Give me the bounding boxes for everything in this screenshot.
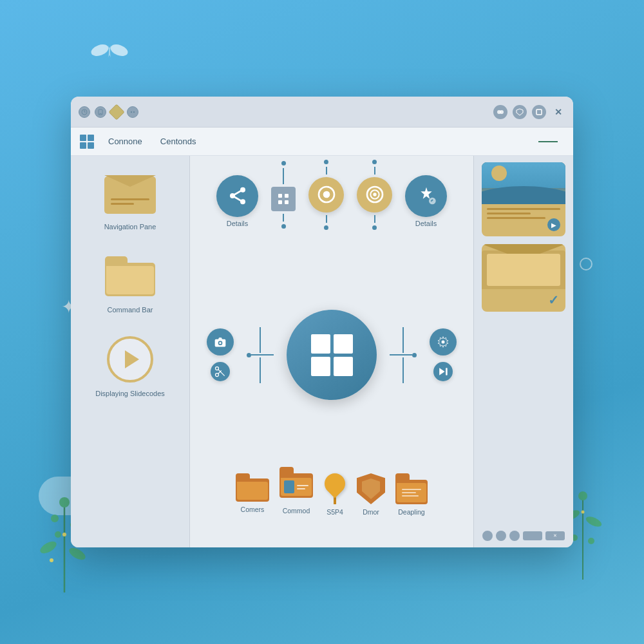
- clock-button[interactable]: [79, 106, 90, 118]
- main-window: ✕ Connone Centonds: [71, 97, 573, 547]
- svg-point-0: [90, 43, 110, 59]
- diamond-button[interactable]: [108, 104, 124, 120]
- pair-icon[interactable]: [493, 105, 507, 119]
- bottom-icon-deapling[interactable]: Deapling: [395, 473, 428, 516]
- menu-bar: Connone Centonds: [71, 128, 573, 156]
- background-butterfly: [90, 39, 129, 64]
- center-area: Details: [190, 156, 473, 547]
- shield-dmor-icon: [357, 473, 385, 504]
- bottom-icon-s5p4[interactable]: S5P4: [323, 473, 346, 516]
- sidebar-label-command: Command Bar: [108, 305, 153, 314]
- svg-point-26: [133, 111, 135, 112]
- svg-point-43: [373, 193, 376, 196]
- envelope-card[interactable]: ✓: [482, 244, 565, 312]
- share-nodes-icon[interactable]: [216, 175, 258, 217]
- sidebar-item-displaying[interactable]: Displaying Slidecodes: [77, 329, 183, 404]
- sidebar-label-displaying: Displaying Slidecodes: [95, 389, 165, 398]
- sidebar: Navigation Pane Command Bar: [71, 156, 190, 547]
- svg-rect-37: [278, 200, 282, 204]
- status-square: [523, 531, 542, 540]
- svg-point-25: [131, 111, 132, 112]
- settings-alt-icon[interactable]: [405, 175, 447, 217]
- svg-point-44: [429, 198, 436, 205]
- status-x[interactable]: ✕: [545, 531, 565, 540]
- connector-dots-1: [271, 161, 296, 229]
- bottom-icon-dmor[interactable]: Dmor: [357, 473, 385, 516]
- details-icon-left: Details: [216, 175, 258, 227]
- scissors-icon[interactable]: [211, 362, 230, 381]
- svg-point-15: [585, 515, 603, 529]
- gear-icon[interactable]: [430, 328, 457, 355]
- svg-point-7: [39, 539, 59, 556]
- svg-point-1: [109, 43, 129, 59]
- envelope-check: ✓: [548, 292, 559, 308]
- sidebar-label-navigation: Navigation Pane: [104, 222, 156, 231]
- svg-point-17: [588, 538, 594, 544]
- card-arrow-icon[interactable]: ▶: [547, 218, 560, 231]
- landscape-card[interactable]: ▶: [482, 162, 565, 236]
- dmor-label: Dmor: [363, 508, 379, 516]
- svg-point-6: [55, 531, 61, 538]
- svg-point-10: [50, 558, 53, 562]
- windows-logo-icon: [80, 135, 94, 149]
- title-bar-right-buttons: ✕: [493, 105, 565, 119]
- svg-point-40: [323, 191, 330, 198]
- envelope-icon: [101, 169, 159, 217]
- folder-icon: [101, 252, 159, 300]
- traffic-lights: [79, 106, 138, 118]
- svg-rect-35: [278, 194, 282, 198]
- deapling-label: Deapling: [398, 508, 424, 516]
- grid-icon[interactable]: [271, 187, 296, 211]
- comers-label: Comers: [241, 506, 265, 513]
- menu-item-connone[interactable]: Connone: [104, 135, 146, 147]
- svg-point-47: [219, 342, 221, 344]
- s5p4-label: S5P4: [327, 508, 343, 516]
- right-panel: ▶ ✓ ✕: [473, 156, 573, 547]
- side-icons-left: [207, 328, 234, 381]
- close-button[interactable]: ✕: [551, 105, 565, 119]
- details-label-left: Details: [227, 220, 249, 227]
- svg-point-3: [59, 497, 70, 507]
- bookmark-button[interactable]: [95, 106, 106, 118]
- details-icon-right: Details: [405, 175, 447, 227]
- sidebar-item-navigation[interactable]: Navigation Pane: [77, 162, 183, 238]
- commod-label: Commod: [283, 507, 310, 515]
- svg-line-34: [232, 196, 243, 202]
- svg-point-52: [442, 341, 445, 344]
- side-icons-right: [430, 328, 457, 381]
- title-bar: ✕: [71, 97, 573, 128]
- svg-point-4: [51, 515, 59, 522]
- sidebar-item-command[interactable]: Command Bar: [77, 245, 183, 321]
- folder-orange-icon: [236, 473, 269, 502]
- svg-line-33: [232, 190, 243, 196]
- dots-button[interactable]: [127, 106, 138, 118]
- bottom-icon-commod[interactable]: Commod: [279, 473, 313, 515]
- beige-circle-2: [357, 160, 392, 230]
- camera-icon[interactable]: [207, 328, 234, 355]
- bottom-icon-comers[interactable]: Comers: [236, 473, 269, 513]
- beige-target-icon-2[interactable]: [357, 177, 392, 213]
- right-panel-status: ✕: [482, 531, 565, 541]
- svg-point-8: [67, 545, 87, 562]
- middle-row: [196, 245, 467, 465]
- play-icon: [101, 336, 159, 384]
- top-icons-row: Details: [196, 162, 467, 240]
- status-dot-1: [482, 531, 493, 541]
- square-btn[interactable]: [532, 105, 546, 119]
- menu-item-centonds[interactable]: Centonds: [156, 135, 200, 147]
- svg-rect-53: [446, 368, 448, 375]
- windows-center-logo[interactable]: [287, 310, 377, 400]
- h-connector-right: [390, 327, 417, 383]
- svg-point-18: [582, 511, 585, 514]
- status-dot-3: [509, 531, 520, 541]
- svg-point-28: [500, 110, 504, 114]
- skip-icon[interactable]: [433, 362, 453, 381]
- minimize-icon[interactable]: [538, 141, 558, 142]
- bottom-icons-row: Comers Commod: [196, 470, 467, 541]
- svg-point-13: [578, 491, 587, 500]
- h-connector-left: [247, 327, 274, 383]
- svg-rect-38: [285, 200, 289, 204]
- beige-target-icon-1[interactable]: [308, 177, 344, 213]
- bg-circle-right: [580, 258, 592, 270]
- shield-btn[interactable]: [513, 105, 527, 119]
